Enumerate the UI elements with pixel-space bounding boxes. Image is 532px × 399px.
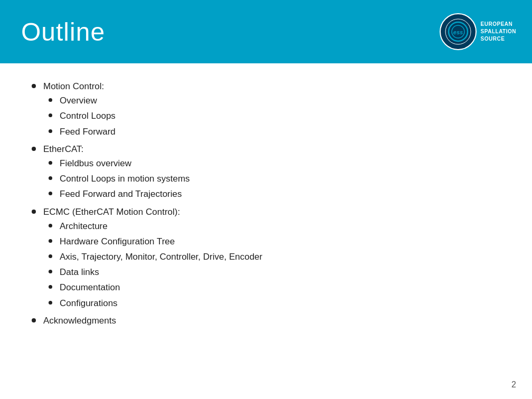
list-item: Documentation <box>49 280 500 294</box>
bullet-dot <box>32 318 36 322</box>
bullet-label: EtherCAT: <box>43 144 83 154</box>
bullet-label: Motion Control: <box>43 81 104 91</box>
list-item: Axis, Trajectory, Monitor, Controller, D… <box>49 250 500 264</box>
list-item: Architecture <box>49 219 500 233</box>
bullet-dot <box>32 147 36 151</box>
svg-text:ess: ess <box>453 29 462 35</box>
sub-bullet-label: Feed Forward and Trajectories <box>60 187 182 201</box>
sub-bullet-label: Feed Forward <box>60 125 116 139</box>
sub-bullet-label: Fieldbus overview <box>60 156 131 170</box>
list-item: Motion Control: Overview Control Loops F… <box>32 79 500 140</box>
sub-bullet-dot <box>49 285 52 289</box>
sub-bullet-label: Control Loops <box>60 109 116 123</box>
ess-logo-circle: ess <box>440 13 477 50</box>
sub-bullet-dot <box>49 254 52 258</box>
list-item: EtherCAT: Fieldbus overview Control Loop… <box>32 142 500 203</box>
list-item: Control Loops in motion systems <box>49 172 500 186</box>
bullet-label: ECMC (EtherCAT Motion Control): <box>43 207 180 217</box>
sub-bullet-label: Axis, Trajectory, Monitor, Controller, D… <box>60 250 262 264</box>
list-item: Control Loops <box>49 109 500 123</box>
sub-bullet-dot <box>49 161 52 165</box>
sub-bullet-list: Overview Control Loops Feed Forward <box>43 93 500 139</box>
list-item: Acknowledgments <box>32 314 500 328</box>
sub-bullet-dot <box>49 270 52 273</box>
list-item: Overview <box>49 93 500 108</box>
list-item: Fieldbus overview <box>49 156 500 170</box>
ess-logo-svg: ess <box>445 18 471 45</box>
slide-title: Outline <box>21 17 105 46</box>
list-item: Feed Forward <box>49 125 500 139</box>
slide-header: Outline ess EUROPEAN SPALLATION SOURCE <box>0 0 532 63</box>
sub-bullet-dot <box>49 301 52 305</box>
sub-bullet-label: Configurations <box>60 296 118 310</box>
bullet-label: Acknowledgments <box>43 316 116 326</box>
bullet-dot <box>32 84 36 88</box>
sub-bullet-list: Architecture Hardware Configuration Tree… <box>43 219 500 310</box>
sub-bullet-dot <box>49 98 52 102</box>
sub-bullet-label: Hardware Configuration Tree <box>60 234 175 249</box>
slide-content: Motion Control: Overview Control Loops F… <box>0 63 532 340</box>
sub-bullet-label: Data links <box>60 265 99 279</box>
list-item: Configurations <box>49 296 500 310</box>
org-name: EUROPEAN SPALLATION SOURCE <box>481 21 516 43</box>
list-item: ECMC (EtherCAT Motion Control): Architec… <box>32 205 500 311</box>
sub-bullet-label: Documentation <box>60 280 120 294</box>
sub-bullet-dot <box>49 176 52 180</box>
sub-bullet-list: Fieldbus overview Control Loops in motio… <box>43 156 500 202</box>
list-item: Data links <box>49 265 500 279</box>
sub-bullet-dot <box>49 239 52 243</box>
sub-bullet-label: Control Loops in motion systems <box>60 172 190 186</box>
sub-bullet-label: Architecture <box>60 219 108 233</box>
sub-bullet-dot <box>49 113 52 117</box>
list-item: Feed Forward and Trajectories <box>49 187 500 201</box>
main-bullet-list: Motion Control: Overview Control Loops F… <box>32 79 500 328</box>
sub-bullet-dot <box>49 224 52 227</box>
bullet-content: Motion Control: Overview Control Loops F… <box>43 79 500 140</box>
bullet-content: ECMC (EtherCAT Motion Control): Architec… <box>43 205 500 311</box>
bullet-dot <box>32 210 36 214</box>
page-number: 2 <box>511 380 516 390</box>
sub-bullet-dot <box>49 129 52 133</box>
bullet-content: Acknowledgments <box>43 314 500 328</box>
sub-bullet-dot <box>49 192 52 195</box>
logo-area: ess EUROPEAN SPALLATION SOURCE <box>440 13 516 50</box>
sub-bullet-label: Overview <box>60 93 97 108</box>
bullet-content: EtherCAT: Fieldbus overview Control Loop… <box>43 142 500 203</box>
list-item: Hardware Configuration Tree <box>49 234 500 249</box>
